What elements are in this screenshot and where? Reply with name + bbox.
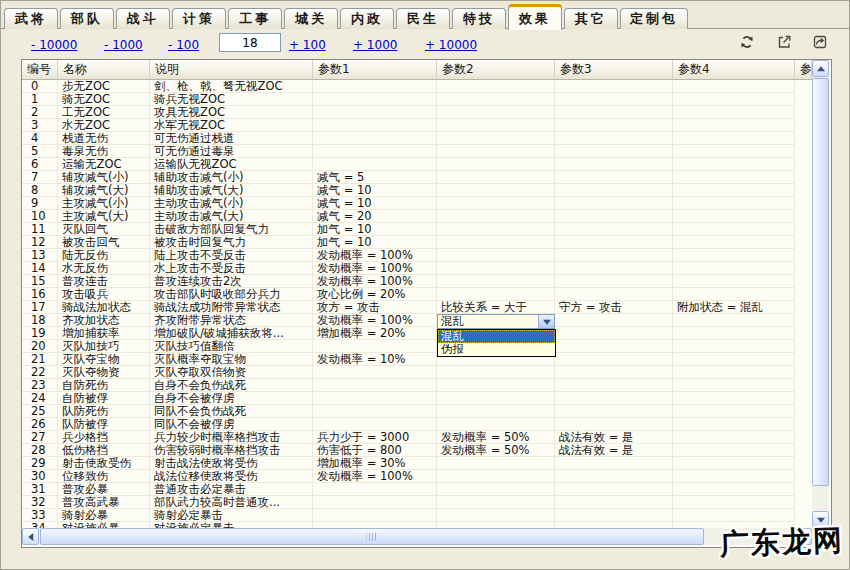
table-row[interactable]: 13陆无反伤陆上攻击不受反击发动概率 = 100%: [22, 249, 812, 262]
table-row[interactable]: 20灭队加技巧灭队技巧值翻倍: [22, 340, 812, 353]
cell: 部队武力较高时普通攻...: [150, 496, 313, 509]
cell: [555, 275, 673, 288]
combobox-dropdown-button[interactable]: [538, 315, 554, 328]
column-header[interactable]: 说明: [150, 60, 313, 80]
cell: 灭队回气: [58, 223, 150, 236]
cell: [437, 262, 555, 275]
scroll-up-button[interactable]: [812, 60, 829, 77]
plus-10000-link[interactable]: + 10000: [425, 38, 477, 52]
cell: 发动概率 = 100%: [313, 314, 437, 327]
cell: 14: [22, 262, 58, 275]
tab-8[interactable]: 特技: [452, 8, 506, 29]
table-row[interactable]: 15普攻连击普攻连续攻击2次发动概率 = 100%: [22, 275, 812, 288]
forward-icon[interactable]: [812, 34, 828, 50]
table-row[interactable]: 30位移致伤战法位移使敌将受伤发动概率 = 100%: [22, 470, 812, 483]
cell: [673, 288, 795, 301]
table-row[interactable]: 0步无ZOC剑、枪、戟、弩无视ZOC: [22, 80, 812, 93]
table-row[interactable]: 14水无反伤水上攻击不受反击发动概率 = 100%: [22, 262, 812, 275]
table-row[interactable]: 23自防死伤自身不会负伤战死: [22, 379, 812, 392]
column-header[interactable]: 参数3: [555, 60, 673, 80]
cell: [437, 223, 555, 236]
table-row[interactable]: 24自防被俘自身不会被俘虏: [22, 392, 812, 405]
tab-9[interactable]: 效果: [508, 4, 562, 30]
tab-1[interactable]: 部队: [60, 8, 114, 29]
record-number-input[interactable]: [219, 33, 281, 52]
minus-10000-link[interactable]: - 10000: [31, 38, 77, 52]
cell: 减气 = 20: [313, 210, 437, 223]
cell: [437, 405, 555, 418]
table-row[interactable]: 10主攻减气(大)主动攻击减气(大)减气 = 20: [22, 210, 812, 223]
table-row[interactable]: 12被攻击回气被攻击时回复气力加气 = 10: [22, 236, 812, 249]
cell: 战法有效 = 是: [555, 431, 673, 444]
refresh-icon[interactable]: [739, 34, 755, 50]
vertical-scroll-thumb[interactable]: [812, 78, 829, 486]
scroll-left-button[interactable]: [22, 528, 39, 545]
cell: [555, 366, 673, 379]
table-row[interactable]: 2工无ZOC攻具无视ZOC: [22, 106, 812, 119]
table-row[interactable]: 3水无ZOC水军无视ZOC: [22, 119, 812, 132]
cell: 自身不会被俘虏: [150, 392, 313, 405]
column-header[interactable]: 参数4: [673, 60, 795, 80]
table-row[interactable]: 22灭队夺物资灭队夺取双倍物资: [22, 366, 812, 379]
table-row[interactable]: 18齐攻加状态齐攻附带异常状态发动概率 = 100%: [22, 314, 812, 327]
table-row[interactable]: 1骑无ZOC骑兵无视ZOC: [22, 93, 812, 106]
table-row[interactable]: 26队防被俘同队不会被俘虏: [22, 418, 812, 431]
tab-0[interactable]: 武将: [4, 8, 58, 29]
cell: [313, 405, 437, 418]
table-row[interactable]: 33骑射必暴骑射必定暴击: [22, 509, 812, 522]
cell: 可无伤通过栈道: [150, 132, 313, 145]
tab-4[interactable]: 工事: [228, 8, 282, 29]
table-row[interactable]: 11灭队回气击破敌方部队回复气力加气 = 10: [22, 223, 812, 236]
column-header[interactable]: 参数1: [313, 60, 437, 80]
horizontal-scrollbar[interactable]: [22, 528, 812, 545]
cell: [313, 366, 437, 379]
dropdown-option[interactable]: 混乱: [438, 330, 555, 343]
cell: 伤害低于 = 800: [313, 444, 437, 457]
dropdown-option[interactable]: 伪报: [438, 343, 555, 356]
table-row[interactable]: 7辅攻减气(小)辅助攻击减气(小)减气 = 5: [22, 171, 812, 184]
export-icon[interactable]: [776, 34, 792, 50]
cell: 增加概率 = 20%: [313, 327, 437, 340]
table-row[interactable]: 19增加捕获率增加破队/破城捕获敌将...增加概率 = 20%: [22, 327, 812, 340]
table-row[interactable]: 4栈道无伤可无伤通过栈道: [22, 132, 812, 145]
table-row[interactable]: 21灭队夺宝物灭队概率夺取宝物发动概率 = 10%: [22, 353, 812, 366]
table-row[interactable]: 6运输无ZOC运输队无视ZOC: [22, 158, 812, 171]
cell: [555, 496, 673, 509]
table-row[interactable]: 9主攻减气(小)主动攻击减气(小)减气 = 10: [22, 197, 812, 210]
column-header[interactable]: 参数5: [795, 60, 812, 80]
column-header[interactable]: 名称: [58, 60, 150, 80]
table-row[interactable]: 29射击使敌受伤射击战法使敌将受伤增加概率 = 30%: [22, 457, 812, 470]
param2-combobox[interactable]: 混乱: [437, 314, 555, 329]
table-row[interactable]: 31普攻必暴普通攻击必定暴击: [22, 483, 812, 496]
cell: [313, 418, 437, 431]
cell: 6: [22, 158, 58, 171]
plus-1000-link[interactable]: + 1000: [353, 38, 397, 52]
table-row[interactable]: 32普攻高武暴部队武力较高时普通攻...: [22, 496, 812, 509]
table-row[interactable]: 27兵少格挡兵力较少时概率格挡攻击兵力少于 = 3000发动概率 = 50%战法…: [22, 431, 812, 444]
vertical-scrollbar[interactable]: [812, 60, 829, 528]
minus-100-link[interactable]: - 100: [168, 38, 199, 52]
horizontal-scroll-thumb[interactable]: [40, 528, 704, 545]
cell: [673, 327, 795, 340]
tab-3[interactable]: 计策: [172, 8, 226, 29]
tab-5[interactable]: 城关: [284, 8, 338, 29]
table-row[interactable]: 5毒泉无伤可无伤通过毒泉: [22, 145, 812, 158]
tab-10[interactable]: 其它: [564, 8, 618, 29]
tab-2[interactable]: 战斗: [116, 8, 170, 29]
table-row[interactable]: 8辅攻减气(大)辅助攻击减气(大)减气 = 10: [22, 184, 812, 197]
column-header[interactable]: 参数2: [437, 60, 555, 80]
cell: [673, 366, 795, 379]
tab-6[interactable]: 内政: [340, 8, 394, 29]
cell: 同队不会负伤战死: [150, 405, 313, 418]
table-row[interactable]: 28低伤格挡伤害较弱时概率格挡攻击伤害低于 = 800发动概率 = 50%战法有…: [22, 444, 812, 457]
plus-100-link[interactable]: + 100: [289, 38, 326, 52]
cell: 射击使敌受伤: [58, 457, 150, 470]
tab-11[interactable]: 定制包: [620, 8, 688, 29]
table-row[interactable]: 25队防死伤同队不会负伤战死: [22, 405, 812, 418]
minus-1000-link[interactable]: - 1000: [104, 38, 143, 52]
tab-7[interactable]: 民生: [396, 8, 450, 29]
column-header[interactable]: 编号: [22, 60, 58, 80]
cell: 自身不会负伤战死: [150, 379, 313, 392]
table-row[interactable]: 16攻击吸兵攻击部队时吸收部分兵力攻心比例 = 20%: [22, 288, 812, 301]
table-row[interactable]: 17骑战法加状态骑战法成功附带异常状态攻方 = 攻击比较关系 = 大于守方 = …: [22, 301, 812, 314]
